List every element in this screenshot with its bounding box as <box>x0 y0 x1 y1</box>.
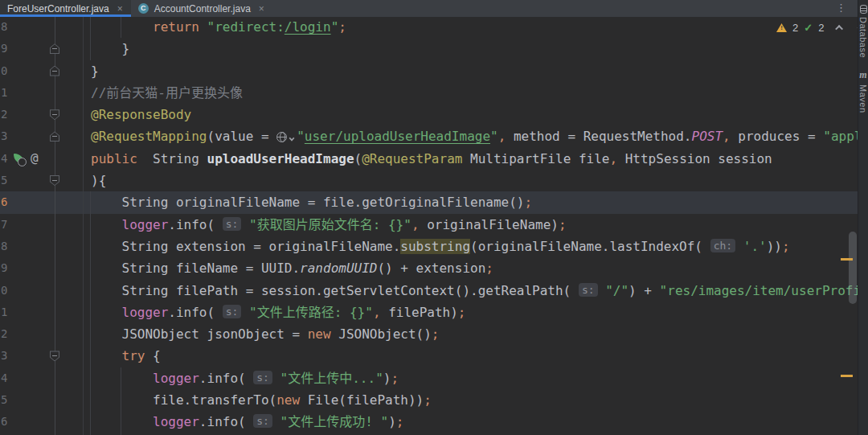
line-number: 3 <box>1 345 12 367</box>
java-class-icon: C <box>138 3 149 14</box>
code-line: 5file.transferTo(new File(filePath)); <box>0 389 858 411</box>
code-line: 7logger.info( s: "获取图片原始文件名: {}", origin… <box>0 214 858 236</box>
code-text: return "redirect:/login"; <box>91 16 346 38</box>
line-number: 4 <box>1 148 12 170</box>
fold-marker-icon[interactable] <box>50 43 59 54</box>
line-number: 5 <box>1 170 12 191</box>
code-line: 4logger.info( s: "文件上传中..."); <box>0 367 858 389</box>
code-text: @ResponseBody <box>91 104 191 125</box>
code-text: @RequestMapping(value = "user/uploadUser… <box>91 125 858 147</box>
line-number: 0 <box>1 280 12 302</box>
code-text: String originalFileName = file.getOrigin… <box>91 191 532 213</box>
code-text: logger.info( s: "文件上传成功! "); <box>91 411 403 433</box>
line-number: 3 <box>1 125 12 147</box>
code-text: logger.info( s: "获取图片原始文件名: {}", origina… <box>91 214 567 236</box>
line-number: 1 <box>1 82 12 104</box>
gutter-border <box>83 16 84 435</box>
tool-button-database[interactable]: Database <box>858 17 868 58</box>
code-line: 8return "redirect:/login"; <box>0 16 858 38</box>
line-number: 2 <box>1 323 12 345</box>
line-number: 5 <box>1 389 12 411</box>
code-line: 5){ <box>0 170 858 191</box>
code-text: //前台天猫-用户更换头像 <box>91 82 243 104</box>
code-text: file.transferTo(new File(filePath)); <box>91 389 432 411</box>
line-number: 8 <box>1 16 12 38</box>
code-line: 2@ResponseBody <box>0 104 858 125</box>
prev-problem-chevron-icon[interactable] <box>836 25 844 33</box>
maven-icon[interactable]: m <box>859 69 866 81</box>
close-icon[interactable]: × <box>117 4 123 14</box>
fold-marker-icon[interactable] <box>50 175 59 186</box>
code-editor[interactable]: 8return "redirect:/login";9}0}1//前台天猫-用户… <box>0 16 858 435</box>
line-number: 9 <box>1 38 12 60</box>
inspections-widget[interactable]: 2 ✓ 2 <box>776 22 864 34</box>
right-tool-stripe: Database m Maven <box>858 0 868 435</box>
editor-options-kebab-icon[interactable]: ⋮ <box>836 2 846 14</box>
line-number: 2 <box>1 104 12 125</box>
vertical-scrollbar[interactable] <box>849 232 857 304</box>
code-text: String filePath = session.getServletCont… <box>91 280 858 302</box>
database-icon[interactable] <box>860 5 867 14</box>
code-text: JSONObject jsonObject = new JSONObject()… <box>91 323 440 345</box>
line-number: 4 <box>1 367 12 389</box>
fold-marker-icon[interactable] <box>50 351 59 361</box>
fold-marker-icon[interactable] <box>50 66 59 76</box>
code-text: public String uploadUserHeadImage(@Reque… <box>91 148 772 170</box>
annotation-gutter-icon[interactable]: @ <box>31 148 39 170</box>
tab-label: ForeUserController.java <box>7 3 109 14</box>
url-mapping-globe-icon[interactable] <box>276 127 297 149</box>
fold-marker-icon[interactable] <box>50 109 59 120</box>
tab-foreusercontroller[interactable]: ForeUserController.java × <box>0 0 131 17</box>
code-line: 1logger.info( s: "文件上传路径: {}", filePath)… <box>0 302 858 323</box>
code-text: ){ <box>91 170 106 191</box>
warning-stripe-mark[interactable] <box>841 258 853 261</box>
code-line: 0String filePath = session.getServletCon… <box>0 280 858 302</box>
line-number: 9 <box>1 257 12 279</box>
line-number: 6 <box>1 411 12 433</box>
code-line: 6logger.info( s: "文件上传成功! "); <box>0 411 858 433</box>
code-text: } <box>91 60 99 82</box>
code-text: try { <box>91 345 161 367</box>
tool-button-maven[interactable]: Maven <box>858 84 868 113</box>
code-line: 4@public String uploadUserHeadImage(@Req… <box>0 148 858 170</box>
code-line: 8String extension = originalFileName.sub… <box>0 236 858 257</box>
editor-tab-bar: ForeUserController.java × C AccountContr… <box>0 0 858 17</box>
typo-count: 2 <box>818 22 824 34</box>
code-line: 1//前台天猫-用户更换头像 <box>0 82 858 104</box>
code-text: } <box>91 38 129 60</box>
spring-mapping-leaf-icon[interactable] <box>14 154 24 164</box>
tab-accountcontroller[interactable]: C AccountController.java × <box>131 0 272 17</box>
code-line: 6String originalFileName = file.getOrigi… <box>0 191 858 213</box>
line-number: 7 <box>1 214 12 236</box>
code-text: logger.info( s: "文件上传路径: {}", filePath); <box>91 302 465 323</box>
fold-gutter-line <box>55 16 55 435</box>
code-text: String fileName = UUID.randomUUID() + ex… <box>91 257 493 279</box>
code-line: 3@RequestMapping(value = "user/uploadUse… <box>0 125 858 147</box>
typo-check-icon: ✓ <box>804 22 813 34</box>
tab-label: AccountController.java <box>154 3 251 14</box>
warning-count: 2 <box>792 22 798 34</box>
line-number: 6 <box>1 191 12 213</box>
line-number: 1 <box>1 302 12 323</box>
line-number: 0 <box>1 60 12 82</box>
warning-icon <box>776 23 787 32</box>
code-text: String extension = originalFileName.subs… <box>91 236 790 257</box>
code-line: 2JSONObject jsonObject = new JSONObject(… <box>0 323 858 345</box>
code-text: logger.info( s: "文件上传中..."); <box>91 367 399 389</box>
code-line: 9String fileName = UUID.randomUUID() + e… <box>0 257 858 279</box>
line-number: 8 <box>1 236 12 257</box>
code-line: 9} <box>0 38 858 60</box>
code-line: 3try { <box>0 345 858 367</box>
warning-stripe-mark[interactable] <box>841 375 853 377</box>
code-line: 0} <box>0 60 858 82</box>
close-icon[interactable]: × <box>259 4 264 14</box>
fold-marker-icon[interactable] <box>50 131 59 142</box>
